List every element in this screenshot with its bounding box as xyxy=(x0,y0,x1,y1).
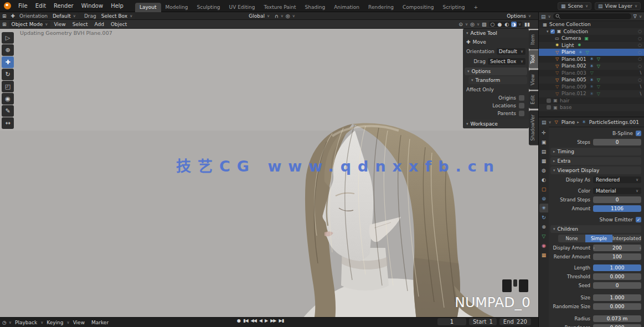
blender-logo-icon[interactable] xyxy=(4,2,11,9)
collection-checkbox[interactable]: ✓ xyxy=(550,29,555,34)
options-section-header[interactable]: ▾ Options xyxy=(465,68,527,75)
tab-particle-properties[interactable]: ✳ xyxy=(539,204,548,212)
outliner-row-scene-collection[interactable]: ▦ Scene Collection xyxy=(539,21,644,28)
tab-physics-properties[interactable]: ↻ xyxy=(539,213,548,222)
editor-type-icon[interactable]: ⊞ xyxy=(2,13,7,19)
transform-section-header[interactable]: ▾ Transform xyxy=(468,76,527,84)
workspace-panel-header[interactable]: ▾ Workspace xyxy=(463,120,529,128)
tab-sculpting[interactable]: Sculpting xyxy=(193,3,225,12)
radius-field[interactable]: 0.073 m xyxy=(593,315,641,322)
tab-scene-properties[interactable]: ◍ xyxy=(539,166,548,175)
seed-field[interactable]: 0 xyxy=(593,282,641,289)
randomize-size-field[interactable]: 0.000 xyxy=(593,303,641,310)
play-button[interactable]: ▶ xyxy=(265,318,267,323)
tab-view-layer-properties[interactable]: ▦ xyxy=(539,157,548,165)
tab-rendering[interactable]: Rendering xyxy=(364,3,398,12)
tab-scripting[interactable]: Scripting xyxy=(438,3,469,12)
increment-arrow-icon[interactable]: › xyxy=(640,246,641,251)
tab-layout[interactable]: Layout xyxy=(135,3,161,12)
viewport-menu-view[interactable]: View xyxy=(50,22,69,27)
visibility-icon[interactable]: ◌ xyxy=(638,43,642,48)
pause-icon[interactable]: ▮▮ xyxy=(524,22,530,27)
3d-viewport[interactable]: ⊞ Object Mode ∨ View Select Add Object ⊙… xyxy=(0,20,538,317)
parents-checkbox[interactable] xyxy=(519,111,524,116)
material-preview-icon[interactable]: ◐ xyxy=(504,22,509,27)
tab-add-workspace[interactable]: + xyxy=(469,3,482,12)
tab-material-properties[interactable]: ◉ xyxy=(539,241,548,250)
tab-shading[interactable]: Shading xyxy=(301,3,330,12)
tab-object-properties[interactable]: ▢ xyxy=(539,185,548,194)
decrement-arrow-icon[interactable]: ‹ xyxy=(593,246,595,251)
tab-render-properties[interactable]: ▣ xyxy=(539,138,548,147)
outliner-row-plane001[interactable]: ▽ Plane.001 ✳▽ ◌ xyxy=(539,56,644,63)
transform-tool[interactable]: ◉ xyxy=(2,93,14,105)
render-amount-field[interactable]: 100 xyxy=(593,253,641,260)
end-frame-field[interactable]: End 220 xyxy=(499,318,531,325)
outliner-row-hair-collection[interactable]: ▣ hair xyxy=(539,97,644,105)
collection-checkbox[interactable] xyxy=(547,105,551,110)
locations-checkbox[interactable] xyxy=(519,103,524,108)
outliner-row-plane009[interactable]: ▽ Plane.009 ✳▽ ∖ xyxy=(539,84,644,91)
snap-magnet-icon[interactable]: ∩ xyxy=(275,13,279,19)
move-tool[interactable]: ✚ xyxy=(2,56,14,68)
children-panel-header[interactable]: ▾ Children xyxy=(550,225,641,233)
editor-type-icon[interactable]: ⊞ xyxy=(2,22,7,27)
solid-shading-icon[interactable]: ● xyxy=(497,22,502,27)
tab-texture-paint[interactable]: Texture Paint xyxy=(260,3,301,12)
playback-menu[interactable]: Playback xyxy=(12,320,40,325)
tab-output-properties[interactable]: ▤ xyxy=(539,147,548,156)
size-field[interactable]: 1.000 xyxy=(593,294,641,301)
tab-compositing[interactable]: Compositing xyxy=(398,3,438,12)
jump-to-end-button[interactable]: ▶▮ xyxy=(279,318,284,323)
breadcrumb-particle-settings[interactable]: ParticleSettings.001 xyxy=(589,120,639,125)
viewport-menu-object[interactable]: Object xyxy=(107,22,130,27)
visibility-icon[interactable]: ∖ xyxy=(639,70,642,75)
amount-slider[interactable]: 1106 xyxy=(593,205,641,212)
scale-tool[interactable]: ◰ xyxy=(2,81,14,92)
cursor-tool[interactable]: ⊕ xyxy=(2,44,14,56)
display-as-dropdown[interactable]: Rendered ∨ xyxy=(593,177,641,183)
menu-edit[interactable]: Edit xyxy=(32,0,50,12)
start-frame-field[interactable]: Start 1 xyxy=(469,318,497,325)
properties-editor-icon[interactable]: ▤ xyxy=(542,120,547,125)
show-emitter-checkbox[interactable]: ✓ xyxy=(636,217,641,222)
visibility-icon[interactable]: ◌ xyxy=(638,36,642,41)
view-layer-selector[interactable]: ▤ View Layer ∨ xyxy=(595,2,641,10)
origins-checkbox[interactable] xyxy=(519,95,524,101)
sidebar-tab-edit[interactable]: Edit xyxy=(529,91,538,108)
annotate-tool[interactable]: ✎ xyxy=(2,105,14,117)
overlays-icon[interactable]: ◎ xyxy=(470,22,475,27)
timeline-view-menu[interactable]: View xyxy=(70,320,88,325)
display-amount-field[interactable]: ‹ 200 › xyxy=(593,245,641,251)
sidebar-tab-view[interactable]: View xyxy=(529,70,538,90)
sidebar-tab-shadowver[interactable]: ShadowVer xyxy=(529,110,538,145)
b-spline-checkbox[interactable]: ✓ xyxy=(636,131,641,136)
orientation-dropdown[interactable]: Default ∨ xyxy=(497,48,525,55)
options-dropdown[interactable]: Options ∨ xyxy=(504,13,534,19)
outliner-row-plane012[interactable]: ▽ Plane.012 ✳▽ ∖ xyxy=(539,90,644,97)
visibility-icon[interactable]: ∖ xyxy=(639,84,642,89)
menu-render[interactable]: Render xyxy=(50,0,78,12)
select-box-tool[interactable]: ▷ xyxy=(2,32,14,44)
orientation-dropdown[interactable]: Default ∨ xyxy=(50,13,79,19)
extra-panel-header[interactable]: ▸ Extra xyxy=(550,157,641,165)
visibility-icon[interactable]: ∖ xyxy=(639,91,642,96)
sidebar-tab-tool[interactable]: Tool xyxy=(529,50,538,69)
mode-dropdown[interactable]: Object Mode ∨ xyxy=(9,21,51,28)
outliner-row-collection[interactable]: ▾ ✓ ▣ Collection ◌ xyxy=(539,28,644,35)
drag-dropdown[interactable]: Select Box ∨ xyxy=(488,58,525,65)
menu-help[interactable]: Help xyxy=(107,0,127,12)
strand-steps-field[interactable]: 0 xyxy=(593,196,641,203)
measure-tool[interactable]: ↔ xyxy=(2,117,14,129)
prev-keyframe-button[interactable]: ◀◀ xyxy=(251,318,256,323)
filter-icon[interactable]: ∇ xyxy=(633,14,637,19)
sidebar-tab-item[interactable]: Item xyxy=(529,30,538,49)
current-frame-field[interactable]: 1 xyxy=(437,318,466,325)
outliner-display-mode-icon[interactable]: ▤ xyxy=(541,14,546,19)
timeline-marker-menu[interactable]: Marker xyxy=(88,320,112,325)
viewport-menu-add[interactable]: Add xyxy=(91,22,107,27)
viewport-display-panel-header[interactable]: ▾ Viewport Display xyxy=(550,167,641,174)
active-tool-panel-header[interactable]: ▾ Active Tool xyxy=(463,29,529,38)
outliner-row-plane003[interactable]: ▽ Plane.003 ▽ ∖ xyxy=(539,70,644,77)
outliner-row-plane002[interactable]: ▽ Plane.002 ✳▽ ◌ xyxy=(539,63,644,70)
